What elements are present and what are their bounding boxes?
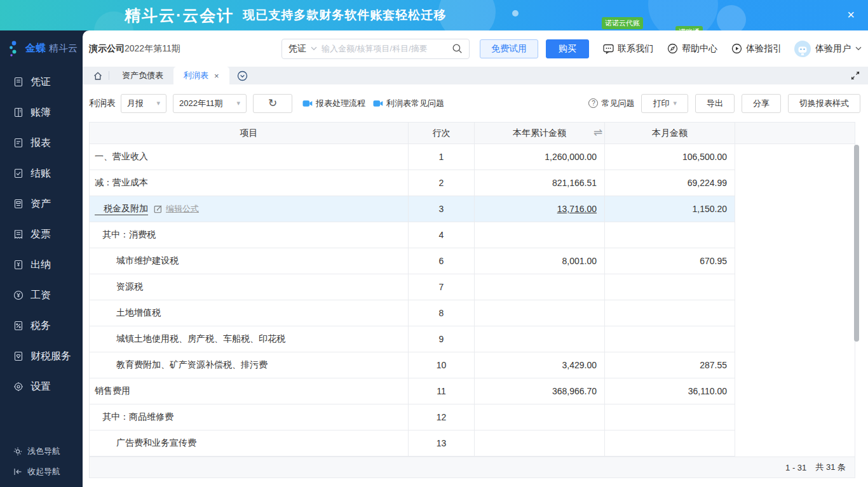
invoice-icon xyxy=(13,229,24,239)
edit-formula-icon[interactable] xyxy=(154,204,163,213)
table-row[interactable]: 广告费和业务宣传费13 xyxy=(90,430,855,457)
search-category[interactable]: 凭证 xyxy=(288,43,306,55)
cell-empty xyxy=(735,222,855,248)
global-search[interactable]: 凭证 xyxy=(281,39,470,59)
sidebar-toggle-收起导航[interactable]: 收起导航 xyxy=(0,462,83,482)
caret-down-icon: ▾ xyxy=(673,99,677,107)
tab-close-icon[interactable]: × xyxy=(214,72,219,80)
cell-item: 广告费和业务宣传费 xyxy=(90,430,409,457)
sidebar-item-label: 资产 xyxy=(31,197,51,211)
sidebar-nav: 凭证账簿报表结账资产发票出纳工资税务财税服务设置 xyxy=(0,67,83,402)
cell-empty xyxy=(735,196,855,222)
sidebar-item-资产[interactable]: 资产 xyxy=(0,189,83,219)
tab-资产负债表[interactable]: 资产负债表 xyxy=(112,67,173,84)
sidebar-item-label: 结账 xyxy=(31,167,51,180)
sidebar-item-设置[interactable]: 设置 xyxy=(0,371,83,402)
period-select[interactable]: 2022年11期 ▾ xyxy=(173,94,247,113)
tab-利润表[interactable]: 利润表× xyxy=(173,67,229,84)
swap-columns-icon[interactable]: ⇌ xyxy=(593,126,602,139)
help-center-label: 帮助中心 xyxy=(682,43,717,55)
cell-line-number: 12 xyxy=(409,404,475,430)
search-input[interactable] xyxy=(322,44,447,53)
chevron-down-icon xyxy=(311,46,317,51)
video-camera-icon xyxy=(373,100,383,107)
sidebar-item-label: 出纳 xyxy=(31,258,51,272)
export-button[interactable]: 导出 xyxy=(695,94,735,113)
home-tab-icon[interactable] xyxy=(93,71,103,81)
table-row[interactable]: 城镇土地使用税、房产税、车船税、印花税9 xyxy=(90,326,855,352)
cell-ytd-amount xyxy=(475,326,605,352)
cell-ytd-amount xyxy=(475,274,605,300)
sidebar-footer: 浅色导航收起导航 xyxy=(0,441,83,482)
cell-month-amount xyxy=(605,300,735,326)
badge-nuonuo-cloud: 诺诺云代账 xyxy=(602,17,643,29)
fullscreen-toggle-icon[interactable] xyxy=(850,70,860,81)
sidebar-item-财税服务[interactable]: 财税服务 xyxy=(0,341,83,371)
play-circle-icon xyxy=(731,43,742,54)
item-link[interactable]: 税金及附加 xyxy=(95,203,148,215)
col-header-month: 本月金额 xyxy=(605,123,735,143)
banner-close-icon[interactable]: × xyxy=(843,6,859,23)
sidebar-item-label: 报表 xyxy=(31,137,51,150)
contact-us-button[interactable]: 联系我们 xyxy=(603,43,653,55)
logo-text-light: 精斗云 xyxy=(49,43,78,55)
table-row[interactable]: 土地增值税8 xyxy=(90,300,855,326)
cell-month-amount xyxy=(605,326,735,352)
edit-formula-link[interactable]: 编辑公式 xyxy=(166,203,199,215)
tab-label: 资产负债表 xyxy=(122,70,163,81)
sidebar-item-税务[interactable]: 税务 xyxy=(0,310,83,341)
tab-history-icon[interactable] xyxy=(237,70,248,81)
share-button[interactable]: 分享 xyxy=(742,94,781,113)
tab-label: 利润表 xyxy=(184,70,208,81)
sidebar-item-报表[interactable]: 报表 xyxy=(0,128,83,158)
company-period-label[interactable]: 演示公司2022年第11期 xyxy=(89,43,180,55)
table-row[interactable]: 城市维护建设税68,001.00670.95 xyxy=(90,248,855,274)
ytd-amount-link[interactable]: 13,716.00 xyxy=(557,204,597,214)
cell-item: 城市维护建设税 xyxy=(90,248,409,274)
table-row[interactable]: 税金及附加编辑公式313,716.001,150.20 xyxy=(90,196,855,222)
period-type-select[interactable]: 月报 ▾ xyxy=(121,94,166,113)
table-row[interactable]: 其中：商品维修费12 xyxy=(90,404,855,430)
user-menu[interactable]: 体验用户 xyxy=(794,41,862,57)
print-button[interactable]: 打印 ▾ xyxy=(641,94,688,113)
income-statement-table: 项目 行次 本年累计金额 本月金额 ⇌ 一、营业收入11,260,000.001… xyxy=(89,122,855,478)
table-row[interactable]: 教育费附加、矿产资源补偿税、排污费103,429.00287.55 xyxy=(90,352,855,378)
cell-month-amount xyxy=(605,404,735,430)
sidebar-item-工资[interactable]: 工资 xyxy=(0,280,83,310)
switch-style-button[interactable]: 切换报表样式 xyxy=(788,94,860,113)
sidebar-item-凭证[interactable]: 凭证 xyxy=(0,67,83,97)
banner-title-main: 精斗云·云会计 xyxy=(125,5,234,26)
buy-button[interactable]: 购买 xyxy=(546,39,589,58)
badge-nuozhangtong: 诺账通 xyxy=(675,26,703,30)
guide-button[interactable]: 体验指引 xyxy=(731,43,782,55)
report-flow-link[interactable]: 报表处理流程 xyxy=(302,98,365,109)
sidebar-item-出纳[interactable]: 出纳 xyxy=(0,250,83,280)
sidebar-toggle-浅色导航[interactable]: 浅色导航 xyxy=(0,441,83,462)
compass-icon xyxy=(667,43,678,54)
tax-icon xyxy=(13,321,24,331)
tab-strip: 资产负债表利润表× xyxy=(83,67,868,84)
search-icon[interactable] xyxy=(452,43,463,54)
vertical-scrollbar[interactable] xyxy=(854,145,859,342)
table-row[interactable]: 资源税7 xyxy=(90,274,855,300)
table-row[interactable]: 减：营业成本2821,166.5169,224.99 xyxy=(90,170,855,196)
table-row[interactable]: 其中：消费税4 xyxy=(90,222,855,248)
table-row[interactable]: 一、营业收入11,260,000.00106,500.00 xyxy=(90,144,855,170)
cell-line-number: 4 xyxy=(409,222,475,248)
refresh-button[interactable]: ↻ xyxy=(253,94,292,113)
sidebar-item-结账[interactable]: 结账 xyxy=(0,158,83,189)
sidebar-item-账簿[interactable]: 账簿 xyxy=(0,97,83,128)
table-row[interactable]: 销售费用11368,966.7036,110.00 xyxy=(90,378,855,404)
free-trial-button[interactable]: 免费试用 xyxy=(480,39,538,58)
report-faq-link[interactable]: 利润表常见问题 xyxy=(373,98,444,109)
help-center-button[interactable]: 帮助中心 xyxy=(667,43,717,55)
company-name: 演示公司 xyxy=(89,43,125,53)
banner-decor-circle xyxy=(438,0,496,30)
table-footer: 1 - 31 共 31 条 xyxy=(90,457,855,477)
collapse-nav-icon xyxy=(13,468,22,476)
col-header-ytd: 本年累计金额 xyxy=(475,123,605,143)
sidebar-item-发票[interactable]: 发票 xyxy=(0,219,83,250)
common-questions-link[interactable]: ? 常见问题 xyxy=(588,98,634,109)
tab-divider xyxy=(109,71,109,80)
cell-empty xyxy=(735,352,855,378)
